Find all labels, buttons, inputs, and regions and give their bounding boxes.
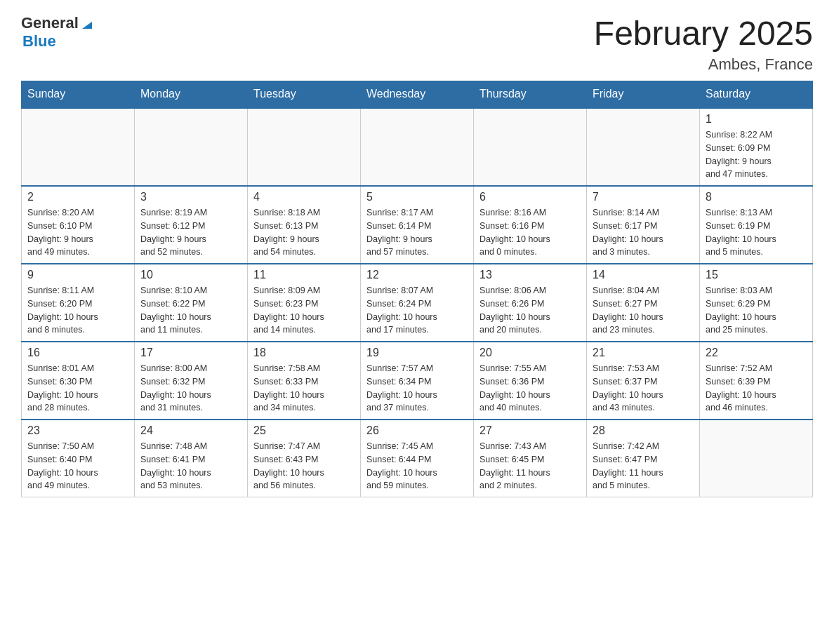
- day-info: Sunrise: 7:50 AM Sunset: 6:40 PM Dayligh…: [27, 440, 128, 492]
- calendar-header-row: SundayMondayTuesdayWednesdayThursdayFrid…: [22, 81, 813, 108]
- calendar-week-row: 2Sunrise: 8:20 AM Sunset: 6:10 PM Daylig…: [22, 186, 813, 264]
- logo-triangle-icon: [79, 16, 95, 32]
- calendar-day-cell: [135, 108, 248, 186]
- calendar-day-cell: 11Sunrise: 8:09 AM Sunset: 6:23 PM Dayli…: [248, 264, 361, 342]
- day-number: 11: [253, 269, 355, 281]
- day-info: Sunrise: 8:20 AM Sunset: 6:10 PM Dayligh…: [27, 206, 128, 259]
- calendar-day-cell: 16Sunrise: 8:01 AM Sunset: 6:30 PM Dayli…: [22, 342, 135, 420]
- day-number: 5: [366, 191, 468, 203]
- calendar-day-cell: [700, 420, 813, 497]
- calendar-day-cell: 9Sunrise: 8:11 AM Sunset: 6:20 PM Daylig…: [22, 264, 135, 342]
- day-info: Sunrise: 8:11 AM Sunset: 6:20 PM Dayligh…: [27, 284, 128, 337]
- calendar-day-cell: 26Sunrise: 7:45 AM Sunset: 6:44 PM Dayli…: [361, 420, 474, 497]
- calendar-day-cell: 1Sunrise: 8:22 AM Sunset: 6:09 PM Daylig…: [700, 108, 813, 186]
- svg-marker-0: [82, 22, 92, 29]
- column-header-saturday: Saturday: [700, 81, 813, 108]
- day-number: 10: [140, 269, 241, 281]
- calendar-day-cell: [248, 108, 361, 186]
- calendar-day-cell: 19Sunrise: 7:57 AM Sunset: 6:34 PM Dayli…: [361, 342, 474, 420]
- day-number: 1: [706, 113, 807, 126]
- logo-line2: Blue: [22, 32, 56, 51]
- day-info: Sunrise: 7:55 AM Sunset: 6:36 PM Dayligh…: [479, 362, 581, 415]
- calendar-day-cell: 4Sunrise: 8:18 AM Sunset: 6:13 PM Daylig…: [248, 186, 361, 264]
- day-number: 8: [706, 191, 807, 203]
- day-info: Sunrise: 8:00 AM Sunset: 6:32 PM Dayligh…: [140, 362, 241, 415]
- day-number: 27: [479, 424, 581, 437]
- logo: General Blue: [21, 14, 95, 51]
- calendar-day-cell: 3Sunrise: 8:19 AM Sunset: 6:12 PM Daylig…: [135, 186, 248, 264]
- day-info: Sunrise: 7:53 AM Sunset: 6:37 PM Dayligh…: [593, 362, 694, 415]
- day-info: Sunrise: 8:22 AM Sunset: 6:09 PM Dayligh…: [706, 128, 807, 181]
- calendar-day-cell: 6Sunrise: 8:16 AM Sunset: 6:16 PM Daylig…: [474, 186, 587, 264]
- day-number: 15: [706, 269, 807, 281]
- day-info: Sunrise: 8:13 AM Sunset: 6:19 PM Dayligh…: [706, 206, 807, 259]
- day-info: Sunrise: 8:06 AM Sunset: 6:26 PM Dayligh…: [479, 284, 581, 337]
- day-number: 9: [27, 269, 128, 281]
- day-info: Sunrise: 8:18 AM Sunset: 6:13 PM Dayligh…: [253, 206, 355, 259]
- calendar-day-cell: 21Sunrise: 7:53 AM Sunset: 6:37 PM Dayli…: [587, 342, 700, 420]
- calendar-day-cell: 5Sunrise: 8:17 AM Sunset: 6:14 PM Daylig…: [361, 186, 474, 264]
- day-number: 16: [27, 347, 128, 359]
- day-info: Sunrise: 8:04 AM Sunset: 6:27 PM Dayligh…: [593, 284, 694, 337]
- column-header-friday: Friday: [587, 81, 700, 108]
- calendar-day-cell: 23Sunrise: 7:50 AM Sunset: 6:40 PM Dayli…: [22, 420, 135, 497]
- day-info: Sunrise: 8:03 AM Sunset: 6:29 PM Dayligh…: [706, 284, 807, 337]
- day-number: 18: [253, 347, 355, 359]
- calendar-day-cell: [587, 108, 700, 186]
- calendar-title: February 2025: [594, 14, 813, 53]
- calendar-week-row: 1Sunrise: 8:22 AM Sunset: 6:09 PM Daylig…: [22, 108, 813, 186]
- day-info: Sunrise: 7:47 AM Sunset: 6:43 PM Dayligh…: [253, 440, 355, 492]
- calendar-day-cell: 8Sunrise: 8:13 AM Sunset: 6:19 PM Daylig…: [700, 186, 813, 264]
- day-number: 26: [366, 424, 468, 437]
- day-number: 20: [479, 347, 581, 359]
- day-number: 19: [366, 347, 468, 359]
- calendar-day-cell: 25Sunrise: 7:47 AM Sunset: 6:43 PM Dayli…: [248, 420, 361, 497]
- calendar-week-row: 9Sunrise: 8:11 AM Sunset: 6:20 PM Daylig…: [22, 264, 813, 342]
- calendar-day-cell: 27Sunrise: 7:43 AM Sunset: 6:45 PM Dayli…: [474, 420, 587, 497]
- logo-blue-text: Blue: [22, 32, 56, 50]
- column-header-wednesday: Wednesday: [361, 81, 474, 108]
- day-info: Sunrise: 7:45 AM Sunset: 6:44 PM Dayligh…: [366, 440, 468, 492]
- day-info: Sunrise: 8:01 AM Sunset: 6:30 PM Dayligh…: [27, 362, 128, 415]
- calendar-day-cell: 24Sunrise: 7:48 AM Sunset: 6:41 PM Dayli…: [135, 420, 248, 497]
- calendar-day-cell: 13Sunrise: 8:06 AM Sunset: 6:26 PM Dayli…: [474, 264, 587, 342]
- column-header-sunday: Sunday: [22, 81, 135, 108]
- day-number: 23: [27, 424, 128, 437]
- day-info: Sunrise: 7:57 AM Sunset: 6:34 PM Dayligh…: [366, 362, 468, 415]
- day-info: Sunrise: 8:17 AM Sunset: 6:14 PM Dayligh…: [366, 206, 468, 259]
- calendar-day-cell: 17Sunrise: 8:00 AM Sunset: 6:32 PM Dayli…: [135, 342, 248, 420]
- day-info: Sunrise: 8:09 AM Sunset: 6:23 PM Dayligh…: [253, 284, 355, 337]
- day-number: 24: [140, 424, 241, 437]
- calendar-week-row: 16Sunrise: 8:01 AM Sunset: 6:30 PM Dayli…: [22, 342, 813, 420]
- day-info: Sunrise: 8:19 AM Sunset: 6:12 PM Dayligh…: [140, 206, 241, 259]
- day-number: 17: [140, 347, 241, 359]
- calendar-day-cell: [474, 108, 587, 186]
- calendar-week-row: 23Sunrise: 7:50 AM Sunset: 6:40 PM Dayli…: [22, 420, 813, 497]
- calendar-day-cell: 2Sunrise: 8:20 AM Sunset: 6:10 PM Daylig…: [22, 186, 135, 264]
- day-info: Sunrise: 8:10 AM Sunset: 6:22 PM Dayligh…: [140, 284, 241, 337]
- day-info: Sunrise: 7:42 AM Sunset: 6:47 PM Dayligh…: [593, 440, 694, 492]
- calendar-day-cell: 7Sunrise: 8:14 AM Sunset: 6:17 PM Daylig…: [587, 186, 700, 264]
- calendar-table: SundayMondayTuesdayWednesdayThursdayFrid…: [21, 81, 813, 497]
- day-number: 13: [479, 269, 581, 281]
- day-info: Sunrise: 7:48 AM Sunset: 6:41 PM Dayligh…: [140, 440, 241, 492]
- column-header-thursday: Thursday: [474, 81, 587, 108]
- calendar-day-cell: 20Sunrise: 7:55 AM Sunset: 6:36 PM Dayli…: [474, 342, 587, 420]
- day-info: Sunrise: 7:52 AM Sunset: 6:39 PM Dayligh…: [706, 362, 807, 415]
- calendar-day-cell: 28Sunrise: 7:42 AM Sunset: 6:47 PM Dayli…: [587, 420, 700, 497]
- day-info: Sunrise: 8:16 AM Sunset: 6:16 PM Dayligh…: [479, 206, 581, 259]
- calendar-day-cell: [361, 108, 474, 186]
- calendar-day-cell: 12Sunrise: 8:07 AM Sunset: 6:24 PM Dayli…: [361, 264, 474, 342]
- day-number: 12: [366, 269, 468, 281]
- column-header-tuesday: Tuesday: [248, 81, 361, 108]
- title-section: February 2025 Ambes, France: [594, 14, 813, 74]
- day-info: Sunrise: 8:14 AM Sunset: 6:17 PM Dayligh…: [593, 206, 694, 259]
- column-header-monday: Monday: [135, 81, 248, 108]
- day-number: 7: [593, 191, 694, 203]
- day-info: Sunrise: 8:07 AM Sunset: 6:24 PM Dayligh…: [366, 284, 468, 337]
- day-number: 3: [140, 191, 241, 203]
- day-number: 2: [27, 191, 128, 203]
- day-number: 14: [593, 269, 694, 281]
- day-number: 6: [479, 191, 581, 203]
- calendar-day-cell: 22Sunrise: 7:52 AM Sunset: 6:39 PM Dayli…: [700, 342, 813, 420]
